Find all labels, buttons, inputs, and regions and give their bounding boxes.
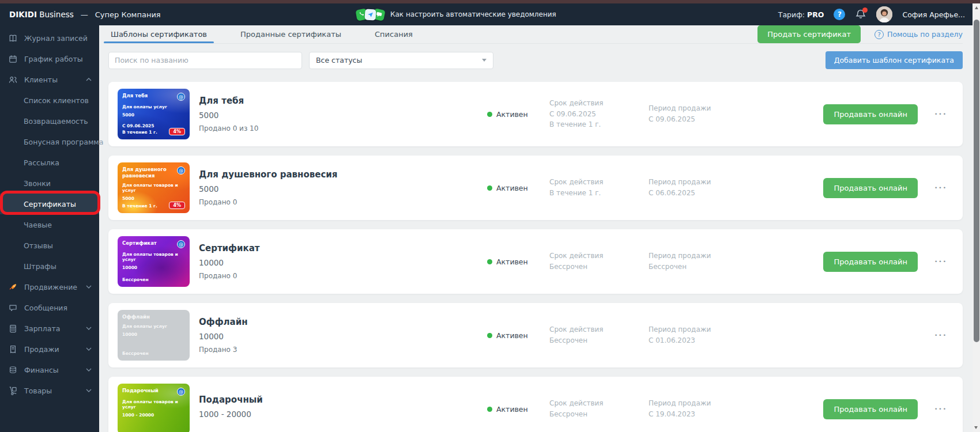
certificate-thumbnail[interactable]: Сертификат @ Для оплаты товаров и услуг … [118, 236, 190, 287]
sale-period-column: Период продажи С 09.06.2025 [649, 103, 770, 124]
user-avatar[interactable] [876, 6, 892, 22]
certificate-thumbnail[interactable]: Для душевного равновесия @ Для оплаты то… [118, 162, 190, 213]
section-help-link[interactable]: ? Помощь по разделу [875, 30, 963, 39]
status-filter-select[interactable]: Все статусы [309, 52, 493, 69]
app-logo[interactable]: DIKIDI Business [9, 10, 74, 19]
sidebar-item-calls[interactable]: Звонки [0, 173, 99, 194]
sell-online-button[interactable]: Продавать онлайн [823, 178, 918, 198]
sale-period-value: С 06.06.2025 [649, 188, 770, 199]
sidebar-item-schedule[interactable]: График работы [0, 48, 99, 69]
sidebar-item-tips[interactable]: Чаевые [0, 214, 99, 235]
online-at-badge: @ [177, 388, 185, 396]
tab-sold-certificates[interactable]: Проданные сертификаты [237, 25, 345, 43]
sell-online-button[interactable]: Продавать онлайн [823, 104, 918, 124]
validity-column: Срок действия Бессрочен [549, 251, 649, 272]
more-options-icon[interactable]: ••• [928, 185, 953, 191]
certificate-row: Подарочный @ Для оплаты товаров и услуг … [108, 377, 963, 432]
scrollbar-thumb[interactable] [974, 20, 979, 342]
certificate-thumbnail[interactable]: Оффлайн Для оплаты услуг 10000 Бессрочен [118, 310, 190, 361]
certificate-thumbnail[interactable]: Для тебя @ Для оплаты услуг 5000 С 09.06… [118, 89, 190, 139]
sidebar-item-client-list[interactable]: Список клиентов [0, 90, 99, 111]
journal-icon [8, 33, 18, 43]
more-options-icon[interactable]: ••• [928, 332, 953, 338]
status-dot [487, 112, 492, 117]
sidebar-item-clients[interactable]: Клиенты [0, 69, 99, 90]
sidebar-item-goods[interactable]: Товары [0, 380, 99, 401]
search-input[interactable] [108, 52, 302, 69]
finance-icon [8, 365, 18, 375]
sidebar-item-label: График работы [24, 55, 83, 63]
sidebar-item-journal[interactable]: Журнал записей [0, 28, 99, 48]
company-name[interactable]: Супер Компания [95, 10, 161, 19]
header-help-icon[interactable]: ? [834, 9, 845, 20]
messages-icon [8, 303, 18, 313]
sell-online-button[interactable]: Продавать онлайн [823, 252, 918, 272]
validity-column: Срок действия В течение 1 г. [549, 177, 649, 198]
status-badge: Активен [487, 405, 549, 414]
validity-value: Бессрочен [549, 409, 649, 420]
thumb-title: Сертификат [122, 240, 157, 247]
sidebar-item-finance[interactable]: Финансы [0, 359, 99, 380]
discount-percent-badge: 4% [169, 202, 185, 209]
sidebar-item-promotion[interactable]: Продвижение [0, 276, 99, 297]
thumb-subtitle: Для оплаты товаров и услуг [122, 183, 185, 193]
online-at-badge: @ [177, 166, 185, 175]
sidebar-item-fines[interactable]: Штрафы [0, 256, 99, 276]
sidebar-item-label: Финансы [24, 366, 59, 374]
tariff-value: PRO [807, 10, 824, 19]
add-certificate-template-button[interactable]: Добавить шаблон сертификата [826, 51, 963, 69]
more-options-icon[interactable]: ••• [928, 406, 953, 412]
scrollbar-down-arrow[interactable] [974, 426, 978, 429]
tariff-label[interactable]: Тариф: PRO [778, 10, 824, 19]
notifications-promo-banner[interactable]: Как настроить автоматические уведомления [356, 3, 556, 25]
sidebar-item-mailing[interactable]: Рассылка [0, 152, 99, 173]
scrollbar-up-arrow[interactable] [975, 6, 978, 9]
status-dot [487, 407, 492, 412]
status-text: Активен [496, 257, 528, 266]
sidebar-item-label: Зарплата [24, 324, 60, 333]
status-badge: Активен [487, 331, 549, 340]
certificate-row: Сертификат @ Для оплаты товаров и услуг … [108, 229, 963, 294]
validity-column: Срок действия Бессрочен [549, 324, 649, 346]
validity-label: Срок действия [549, 251, 649, 262]
more-options-icon[interactable]: ••• [928, 259, 953, 264]
chevron-down-icon [86, 327, 92, 330]
status-text: Активен [496, 184, 528, 192]
sell-certificate-button[interactable]: Продать сертификат [757, 25, 861, 43]
sidebar-item-bonus-program[interactable]: Бонусная программа [0, 131, 99, 152]
sidebar-item-certificates[interactable]: Сертификаты [0, 194, 99, 214]
certificates-list: Для тебя @ Для оплаты услуг 5000 С 09.06… [104, 82, 963, 432]
thumb-amount: 10000 [122, 265, 185, 270]
promo-banner-text: Как настроить автоматические уведомления [390, 10, 556, 18]
sidebar-item-salary[interactable]: Зарплата [0, 318, 99, 339]
certificate-sold-count: Продано 0 [199, 198, 487, 206]
thumb-amount: 5000 [122, 112, 185, 118]
sale-period-value: С 09.06.2025 [649, 114, 770, 125]
sidebar-item-retention[interactable]: Возвращаемость [0, 111, 99, 131]
certificate-amount: 1000 - 20000 [199, 410, 487, 419]
tab-certificate-templates[interactable]: Шаблоны сертификатов [107, 25, 210, 43]
thumb-amount: 10000 [122, 332, 185, 337]
validity-column: Срок действия Бессрочен [549, 398, 649, 419]
more-options-icon[interactable]: ••• [928, 111, 953, 117]
sell-online-button[interactable]: Продавать онлайн [823, 399, 918, 419]
top-header: DIKIDI Business — Супер Компания Как нас… [0, 3, 980, 25]
sales-icon [8, 344, 18, 354]
validity-column: Срок действия С 09.06.2025 В течение 1 г… [549, 98, 649, 130]
user-name[interactable]: София Арефье... [902, 10, 965, 19]
certificate-amount: 10000 [199, 258, 487, 267]
page-scrollbar[interactable] [973, 3, 980, 432]
sidebar-item-sales[interactable]: Продажи [0, 339, 99, 359]
sale-period-value: Бессрочен [649, 262, 770, 272]
validity-label: Срок действия [549, 98, 649, 109]
tab-writeoffs[interactable]: Списания [371, 25, 416, 43]
filters-row: Все статусы Добавить шаблон сертификата [104, 51, 963, 69]
thumb-subtitle: Для оплаты услуг [122, 104, 185, 109]
sidebar-item-messages[interactable]: Сообщения [0, 297, 99, 318]
notifications-bell-icon[interactable] [855, 9, 866, 20]
thumb-amount: 1000 - 20000 [122, 412, 185, 418]
sale-period-label: Период продажи [649, 324, 770, 335]
thumb-validity-lines: С 09.06.2025 В течение 1 г. [122, 123, 157, 136]
sidebar-item-reviews[interactable]: Отзывы [0, 235, 99, 256]
certificate-thumbnail[interactable]: Подарочный @ Для оплаты товаров и услуг … [118, 384, 190, 432]
